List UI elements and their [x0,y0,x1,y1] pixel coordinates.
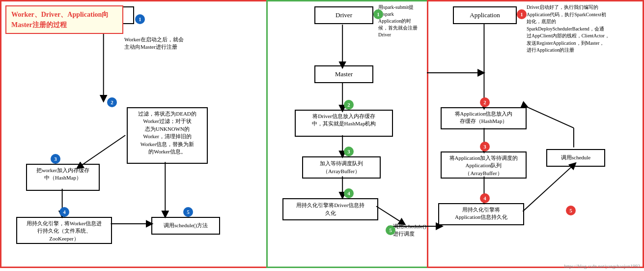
circle-right-4: 4 [480,193,490,203]
circle-mid-1: 1 [373,9,383,19]
schedule-box-left: 调用schedule()方法 [151,217,220,235]
circle-left-4: 4 [59,207,69,217]
application-node: Application [453,6,517,24]
circle-left-3: 3 [51,154,60,164]
circle-left-1: 1 [135,14,145,24]
svg-line-1 [79,135,125,167]
schedule-box-right: 调用schedule [546,149,605,167]
circle-right-5: 5 [566,206,576,215]
circle-right-1: 1 [517,9,527,19]
circle-mid-2: 2 [344,100,354,110]
hashmap-box-left: 把worker加入内存缓存中（HashMap） [26,164,100,191]
right-annotation: Driver启动好了，执行我们编写的 Application代码，执行Spark… [527,4,640,54]
circle-mid-4: 4 [344,188,354,198]
master-node: Master [314,65,373,83]
circle-left-2: 2 [107,97,117,107]
persist-box-left: 用持久化引擎，将Worker信息进行持久化（文件系统、ZooKeeper） [16,217,112,244]
svg-line-13 [523,165,574,211]
svg-line-9 [376,206,403,223]
hashmap-box-right: 将Application信息放入内存缓存（HashMap） [441,107,527,129]
svg-line-15 [525,106,574,128]
queue-box-mid: 加入等待调度队列（ArrayBuffer） [302,156,381,179]
persist-box-right: 用持久化引擎将Application信息持久化 [438,203,524,225]
queue-box-right: 将Application加入等待调度的Application队列（ArrayBu… [441,151,527,179]
driver-node: Driver [314,6,373,24]
circle-mid-3: 3 [344,147,354,156]
panel-left: Worker、Driver、Application向 Master注册的过程 W… [0,0,268,268]
filter-box: 过滤，将状态为DEAD的Worker过滤；对于状态为UNKNOWN的Worker… [127,107,208,164]
circle-left-5: 5 [183,207,193,217]
circle-mid-5: 5 [386,225,395,235]
footer-url: https://blog.csdn.net/yangshaojun1992 [564,264,640,269]
hashmap-box-mid: 将Driver信息放入内存缓存中，其实就是HashMap机构 [295,110,393,137]
circle-right-3: 3 [480,142,490,151]
schedule-mid: 调用schedule()进行调度 [393,223,427,238]
title-text: Worker、Driver、Application向 Master注册的过程 [11,11,109,29]
main-container: Worker、Driver、Application向 Master注册的过程 W… [0,0,644,271]
circle-right-2: 2 [480,97,490,107]
panel-right: Application 1 Driver启动好了，执行我们编写的 Applica… [427,0,644,268]
persist-box-mid: 用持久化引擎将Driver信息持久化 [282,198,378,220]
driver-desc: 用spark-submit提交sparkApplication的时候，首先就会注… [378,4,430,38]
worker-desc: Worker在启动之后，就会主动向Master进行注册 [124,36,213,51]
title-box: Worker、Driver、Application向 Master注册的过程 [5,5,123,34]
panel-middle: Driver 1 用spark-submit提交sparkApplication… [266,0,428,268]
